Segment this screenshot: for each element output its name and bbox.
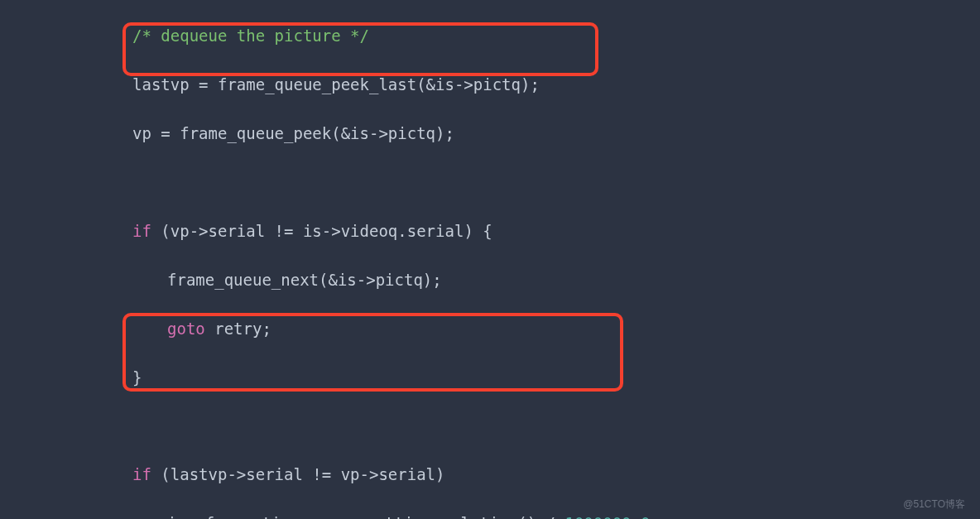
- watermark: @51CTO博客: [903, 497, 965, 512]
- code-line: if (lastvp->serial != vp->serial): [17, 463, 963, 487]
- code-block: /* dequeue the picture */ lastvp = frame…: [0, 0, 980, 519]
- keyword-if: if: [132, 222, 151, 240]
- code-line: frame_queue_next(&is->pictq);: [17, 268, 963, 292]
- keyword-goto: goto: [167, 320, 205, 338]
- code-line: is->frame_timer = av_gettime_relative() …: [17, 512, 963, 519]
- blank-line: [17, 414, 963, 438]
- code-line: vp = frame_queue_peek(&is->pictq);: [17, 122, 963, 146]
- code-line: }: [17, 366, 963, 390]
- number-literal: 1000000.0: [564, 514, 650, 519]
- comment: /* dequeue the picture */: [132, 26, 369, 45]
- code-line: goto retry;: [17, 317, 963, 341]
- code-line: lastvp = frame_queue_peek_last(&is->pict…: [17, 73, 963, 97]
- blank-line: [17, 171, 963, 195]
- keyword-if: if: [132, 465, 151, 483]
- code-line: /* dequeue the picture */: [17, 24, 963, 48]
- code-line: if (vp->serial != is->videoq.serial) {: [17, 219, 963, 243]
